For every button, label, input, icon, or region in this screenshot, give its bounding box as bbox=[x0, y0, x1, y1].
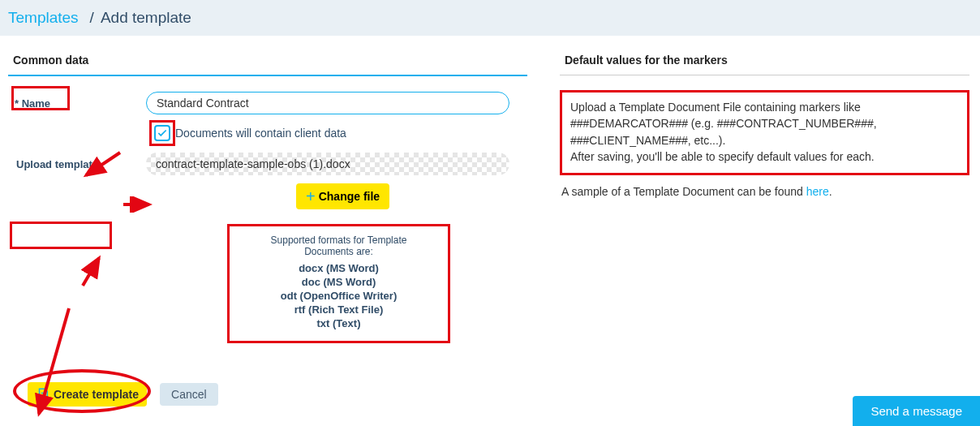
supported-format-3: rtf (Rich Text File) bbox=[246, 303, 432, 316]
client-data-checkbox[interactable] bbox=[154, 125, 170, 141]
breadcrumb-separator: / bbox=[90, 9, 94, 27]
instructions-line-2: After saving, you'll be able to specify … bbox=[570, 148, 959, 165]
supported-format-4: txt (Text) bbox=[246, 317, 432, 329]
instructions-line-1: Upload a Template Document File containi… bbox=[570, 99, 959, 148]
breadcrumb-link-templates[interactable]: Templates bbox=[8, 9, 79, 27]
sample-prefix: A sample of a Template Document can be f… bbox=[561, 185, 806, 198]
create-template-button[interactable]: Create template bbox=[28, 382, 147, 407]
change-file-button[interactable]: + Change file bbox=[296, 183, 389, 209]
supported-formats-header: Supported formats for Template Documents… bbox=[246, 235, 432, 257]
section-title-default-values: Default values for the markers bbox=[560, 54, 969, 67]
name-input[interactable] bbox=[146, 92, 509, 114]
check-icon bbox=[157, 127, 168, 139]
client-data-label: Documents will contain client data bbox=[175, 127, 346, 140]
plus-icon: + bbox=[306, 188, 316, 204]
change-file-label: Change file bbox=[319, 190, 380, 203]
sample-link[interactable]: here bbox=[806, 185, 829, 198]
chat-widget[interactable]: Send a message bbox=[853, 396, 980, 426]
breadcrumb-current: Add template bbox=[101, 9, 191, 27]
instructions-box: Upload a Template Document File containi… bbox=[560, 90, 969, 175]
cancel-button[interactable]: Cancel bbox=[160, 383, 218, 406]
breadcrumb: Templates / Add template bbox=[0, 0, 980, 36]
section-title-common-data: Common data bbox=[8, 54, 527, 67]
annotation-arrow-create bbox=[24, 303, 81, 425]
supported-format-0: docx (MS Word) bbox=[246, 262, 432, 274]
supported-formats-box: Supported formats for Template Documents… bbox=[227, 224, 450, 343]
name-label: * Name bbox=[8, 97, 146, 110]
sample-suffix: . bbox=[829, 185, 832, 198]
document-icon bbox=[36, 387, 50, 402]
divider bbox=[8, 75, 527, 76]
annotation-arrow-upload bbox=[76, 253, 109, 289]
sample-line: A sample of a Template Document can be f… bbox=[560, 185, 969, 198]
annotation-arrow-checkbox bbox=[122, 196, 154, 213]
supported-format-2: odt (OpenOffice Writer) bbox=[246, 290, 432, 302]
supported-format-1: doc (MS Word) bbox=[246, 276, 432, 288]
annotation-box-upload bbox=[10, 222, 112, 249]
upload-label: Upload template bbox=[8, 158, 146, 170]
create-template-label: Create template bbox=[54, 388, 139, 401]
divider-right bbox=[560, 75, 969, 75]
file-name-display: contract-template-sample-obs (1).docx bbox=[146, 153, 509, 175]
svg-line-2 bbox=[83, 258, 99, 286]
